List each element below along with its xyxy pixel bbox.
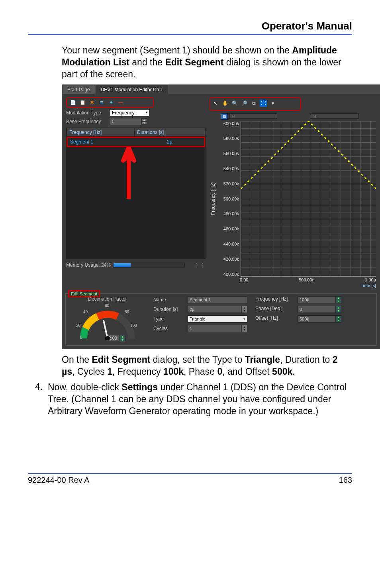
fit-icon[interactable]: ⛶ [260, 100, 267, 107]
type-select[interactable]: Triangle▾ [188, 315, 247, 323]
tab-start-page[interactable]: Start Page [62, 85, 95, 94]
zoom-in-icon[interactable]: 🔍 [231, 100, 238, 107]
list-icon[interactable]: ≣ [98, 99, 105, 106]
gauge-tick: 20 [76, 323, 80, 328]
range-end-input[interactable]: 0 [311, 113, 358, 119]
text: . [292, 366, 295, 377]
duration-label: Duration [s] [153, 307, 185, 312]
range-start-input[interactable]: 0 [229, 113, 277, 119]
right-pane: ↖ ✋ 🔍 🔎 ⧉ ⛶ ▾ ▦ 0 0 Frequency [Hz] [210, 94, 380, 291]
step-body: Now, double-click Settings under Channel… [48, 382, 352, 417]
chart: Frequency [Hz] 600.00k 580.00k 560.00k 5… [210, 121, 376, 277]
text: Now, double-click [48, 382, 121, 392]
segment-name: Segment 1 [68, 138, 135, 146]
edit-segment-title: Edit Segment [68, 290, 100, 297]
pointer-icon[interactable]: ↖ [212, 100, 219, 107]
range-inputs: ▦ 0 0 [221, 113, 376, 120]
gauge-tick: 40 [83, 310, 88, 314]
text: On the [62, 354, 92, 365]
resize-grip-icon[interactable]: ⋮⋮ [194, 262, 206, 268]
spinner[interactable]: ▲▼ [141, 118, 147, 125]
type-label: Type [153, 316, 185, 322]
modulation-type-row: Modulation Type Frequency [66, 109, 206, 116]
zoom-out-icon[interactable]: 🔎 [241, 100, 248, 107]
segment-duration: 2µ [135, 138, 204, 146]
y-tick: 560.00k [218, 151, 239, 156]
bold: Edit Segment [165, 57, 223, 67]
segment-table: Frequency [Hz] Durations [s] Segment 1 2… [66, 128, 206, 259]
page-footer: 922244-00 Rev A 163 [28, 474, 352, 485]
text: Your new segment (Segment 1) should be s… [62, 45, 292, 55]
gauge-icon: 0 20 40 60 80 100 [74, 303, 141, 340]
decimation-spinner[interactable]: ▲▼ [120, 335, 125, 341]
tab-modulation-editor[interactable]: DEV1 Modulation Editor Ch 1 [96, 85, 168, 94]
y-tick: 600.00k [218, 121, 239, 126]
name-input[interactable]: Segment 1 [188, 296, 247, 303]
chevron-down-icon[interactable]: ▾ [269, 100, 276, 107]
x-tick: 1.00µ [365, 277, 376, 282]
left-toolbar: 📄 📋 ✕ ≣ ✦ — [66, 97, 154, 108]
annotation-arrow-icon [121, 147, 137, 199]
step-4: 4. Now, double-click Settings under Chan… [28, 382, 352, 417]
copy-icon[interactable]: 📋 [79, 99, 86, 106]
text: , and Offset [222, 366, 272, 377]
chart-plot-area[interactable] [241, 121, 376, 277]
footer-left: 922244-00 Rev A [28, 476, 90, 485]
intro-paragraph: Your new segment (Segment 1) should be s… [62, 45, 352, 81]
y-tick: 540.00k [218, 166, 239, 171]
segment-empty-area [67, 147, 205, 259]
y-tick: 460.00k [218, 226, 239, 231]
y-tick: 400.00k [218, 272, 239, 277]
gauge-tick: 100 [130, 323, 137, 328]
bold: 500k [272, 366, 292, 377]
hand-icon[interactable]: ✋ [221, 100, 229, 107]
modulation-editor-screenshot: Start Page DEV1 Modulation Editor Ch 1 📄… [62, 85, 380, 349]
duration-input[interactable]: 2µ▲▼ [188, 306, 247, 313]
new-icon[interactable]: 📄 [69, 99, 76, 106]
tab-strip: Start Page DEV1 Modulation Editor Ch 1 [62, 85, 380, 94]
base-frequency-row: Base Frequency 0 ▲▼ [66, 118, 206, 125]
y-tick: 580.00k [218, 136, 239, 141]
modulation-type-label: Modulation Type [66, 110, 110, 116]
post-shot-paragraph: On the Edit Segment dialog, set the Type… [62, 354, 352, 378]
offset-input[interactable]: 500k▲▼ [298, 315, 341, 323]
base-frequency-input[interactable]: 0 [110, 118, 142, 125]
delete-icon[interactable]: ✕ [88, 99, 96, 106]
decimation-gauge: Decimation Factor 0 20 40 [70, 296, 145, 341]
phase-input[interactable]: 0▲▼ [298, 306, 341, 313]
x-axis-label: Time [s] [210, 283, 376, 288]
text: , Phase [184, 366, 217, 377]
text: , Frequency [112, 366, 163, 377]
range-icon[interactable]: ▦ [221, 113, 228, 120]
gauge-tick: 80 [125, 310, 129, 314]
cycles-input[interactable]: 1▲▼ [188, 325, 247, 332]
segment-row-1[interactable]: Segment 1 2µ [67, 137, 205, 147]
x-tick: 500.00n [299, 277, 315, 282]
offset-label: Offset [Hz] [255, 315, 295, 323]
bold: 1 [107, 366, 112, 377]
svg-point-1 [105, 336, 110, 340]
minus-icon[interactable]: — [117, 99, 124, 106]
text: , Cycles [72, 366, 107, 377]
col-durations: Durations [s] [134, 128, 205, 137]
y-tick: 420.00k [218, 257, 239, 262]
segment-fields-right: Frequency [Hz] 100k▲▼ Phase [Deg] 0▲▼ Of… [255, 296, 341, 341]
gauge-tick: 0 [80, 335, 82, 340]
frequency-input[interactable]: 100k▲▼ [298, 296, 341, 303]
wizard-icon[interactable]: ✦ [108, 99, 115, 106]
col-frequency: Frequency [Hz] [67, 128, 134, 137]
y-axis-label: Frequency [Hz] [210, 183, 217, 215]
edit-segment-panel: Edit Segment Decimation Factor [65, 293, 377, 346]
name-label: Name [153, 297, 185, 303]
bold: 0 [217, 366, 222, 377]
base-frequency-label: Base Frequency [66, 119, 110, 124]
bold: Settings [121, 382, 158, 392]
segment-table-header: Frequency [Hz] Durations [s] [67, 128, 205, 137]
y-tick: 480.00k [218, 211, 239, 216]
zoom-region-icon[interactable]: ⧉ [250, 100, 257, 107]
text: dialog, set the Type to [150, 354, 245, 365]
step-number: 4. [28, 382, 48, 417]
left-pane: 📄 📋 ✕ ≣ ✦ — Modulation Type Frequency Ba… [62, 94, 210, 291]
bold: 100k [163, 366, 184, 377]
modulation-type-select[interactable]: Frequency [110, 109, 150, 116]
